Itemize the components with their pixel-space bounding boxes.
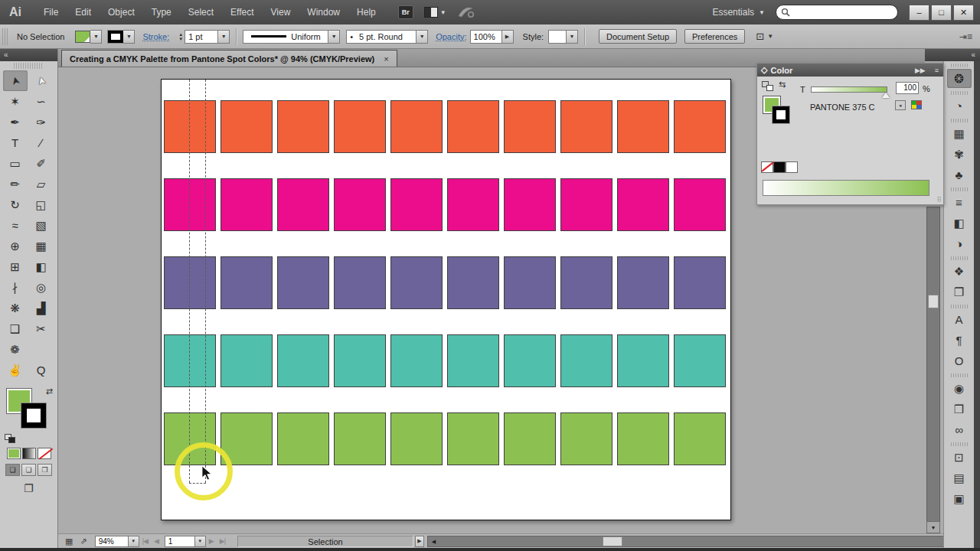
swatch-orange-5[interactable] — [390, 100, 443, 153]
tool-symbol-sprayer[interactable]: ❋ — [3, 298, 28, 318]
swatch-purple-6[interactable] — [447, 256, 499, 309]
tool-magic-wand[interactable]: ✶ — [3, 91, 28, 112]
dock-pathfinder-button[interactable]: ▣ — [947, 489, 972, 508]
swatch-purple-7[interactable] — [504, 256, 556, 309]
swatch-purple-2[interactable] — [220, 256, 273, 309]
tint-slider-thumb[interactable] — [882, 93, 890, 98]
document-tab[interactable]: Creating a CMYK Palette from Pantone Spo… — [61, 50, 397, 67]
color-panel-header[interactable]: ◇ Color ▶▶ ≡ — [757, 64, 943, 77]
search-input[interactable] — [793, 8, 885, 17]
dock-grip[interactable] — [951, 64, 968, 67]
tools-panel-grip[interactable] — [14, 63, 44, 69]
chevron-down-icon[interactable]: ▼ — [129, 536, 139, 547]
swatch-green-10[interactable] — [674, 412, 726, 465]
swatch-teal-9[interactable] — [617, 334, 669, 387]
swatch-magenta-6[interactable] — [447, 178, 499, 231]
stroke-weight-value[interactable]: 1 pt — [185, 30, 218, 44]
tool-free-transform[interactable]: ▧ — [29, 215, 54, 236]
tint-spectrum-ramp[interactable] — [763, 180, 929, 196]
swap-fill-stroke-icon[interactable]: ⇆ — [779, 80, 786, 90]
swatch-green-9[interactable] — [617, 412, 669, 465]
close-button[interactable]: ✕ — [953, 5, 974, 21]
tool-column-graph[interactable]: ▟ — [29, 298, 54, 318]
swatch-green-6[interactable] — [447, 412, 499, 465]
black-color-button[interactable] — [773, 161, 786, 173]
preferences-button[interactable]: Preferences — [684, 29, 745, 44]
swatch-magenta-7[interactable] — [504, 178, 556, 231]
tool-direct-selection[interactable]: ➤ — [29, 70, 54, 91]
style-select[interactable]: ▼ — [548, 30, 578, 44]
document-setup-button[interactable]: Document Setup — [599, 29, 677, 44]
dock-grip[interactable] — [951, 373, 968, 377]
dock-opentype-button[interactable]: O — [947, 351, 972, 370]
swatch-orange-1[interactable] — [164, 100, 216, 153]
dock-grip[interactable] — [951, 305, 968, 308]
dock-color-button[interactable]: ❂ — [947, 69, 972, 88]
swatch-teal-5[interactable] — [390, 334, 443, 387]
arrange-documents-button[interactable]: ▼ — [424, 7, 446, 18]
menu-window[interactable]: Window — [299, 7, 348, 18]
swatch-orange-3[interactable] — [277, 100, 329, 153]
swatch-green-5[interactable] — [390, 412, 443, 465]
menu-help[interactable]: Help — [348, 7, 384, 18]
dock-swatches-button[interactable]: ▦ — [947, 124, 972, 143]
tool-scale[interactable]: ◱ — [29, 194, 54, 215]
white-color-button[interactable] — [786, 161, 798, 173]
previous-artboard-button[interactable]: ◀ — [154, 537, 158, 545]
menu-file[interactable]: File — [35, 7, 67, 18]
swatch-teal-3[interactable] — [277, 334, 329, 387]
menu-view[interactable]: View — [263, 7, 299, 18]
tool-mesh[interactable]: ⊞ — [3, 256, 28, 277]
dock-grip[interactable] — [951, 91, 968, 95]
search-box[interactable] — [776, 5, 898, 20]
swatch-teal-7[interactable] — [504, 334, 556, 387]
swatch-purple-8[interactable] — [560, 256, 612, 309]
dock-grip[interactable] — [951, 256, 968, 260]
stroke-weight-stepper[interactable]: ▲▼ — [178, 32, 183, 41]
dock-appearance-button[interactable]: ◉ — [947, 379, 972, 398]
last-artboard-button[interactable]: ▶| — [220, 537, 225, 545]
dock-grip[interactable] — [951, 119, 968, 122]
swatch-magenta-9[interactable] — [617, 178, 669, 231]
menu-effect[interactable]: Effect — [222, 7, 262, 18]
swatch-magenta-2[interactable] — [220, 178, 273, 231]
chevron-down-icon[interactable]: ▼ — [218, 30, 230, 44]
panel-toggle-icon[interactable]: ◇ — [761, 65, 767, 75]
dock-color-guide-button[interactable]: ◔ — [947, 96, 972, 116]
artboard-number-field[interactable]: 1 — [165, 536, 195, 547]
tool-hand[interactable]: ✌ — [3, 360, 28, 380]
zoom-level-field[interactable]: 94% — [95, 536, 129, 547]
swatch-magenta-3[interactable] — [277, 178, 329, 231]
next-artboard-button[interactable]: ▶ — [209, 537, 214, 545]
dock-grip[interactable] — [951, 442, 968, 446]
swatch-purple-1[interactable] — [164, 256, 216, 309]
panel-resize-grip[interactable]: ⠿ — [936, 196, 942, 204]
dock-gradient-button[interactable]: ◧ — [947, 214, 972, 233]
horizontal-scrollbar[interactable]: ◀ ▶ — [427, 536, 957, 547]
color-none-button[interactable] — [38, 448, 51, 459]
swap-fill-stroke-icon[interactable]: ⇄ — [46, 386, 53, 396]
tool-rectangle[interactable]: ▭ — [3, 153, 28, 174]
swatch-orange-4[interactable] — [334, 100, 386, 153]
dock-align-button[interactable]: ▤ — [947, 468, 972, 487]
swatch-orange-2[interactable] — [220, 100, 273, 153]
collapse-dock-icon[interactable]: « — [971, 51, 975, 59]
dock-layers-button[interactable]: ❖ — [947, 262, 972, 281]
collapse-icon[interactable]: « — [4, 51, 8, 59]
draw-inside-button[interactable]: ❐ — [38, 464, 52, 476]
fill-color-dropdown[interactable]: ▼ — [75, 30, 102, 44]
panel-stroke-swatch[interactable] — [773, 106, 789, 123]
tool-eraser[interactable]: ▱ — [29, 174, 54, 194]
width-profile-select[interactable]: Uniform ▼ — [243, 30, 340, 44]
swatch-orange-6[interactable] — [447, 100, 499, 153]
tool-gradient[interactable]: ◧ — [29, 256, 54, 277]
dock-brushes-button[interactable]: ✾ — [947, 145, 972, 164]
swatch-orange-10[interactable] — [674, 100, 726, 153]
pattern-preview-icon[interactable]: ▦ — [65, 536, 73, 546]
color-mode-icon[interactable] — [911, 100, 922, 109]
swatch-purple-5[interactable] — [390, 256, 443, 309]
status-menu-arrow[interactable]: ▶ — [415, 536, 424, 547]
bridge-button[interactable]: Br — [398, 5, 413, 19]
menu-edit[interactable]: Edit — [67, 7, 100, 18]
scroll-down-arrow[interactable]: ▼ — [926, 521, 940, 533]
